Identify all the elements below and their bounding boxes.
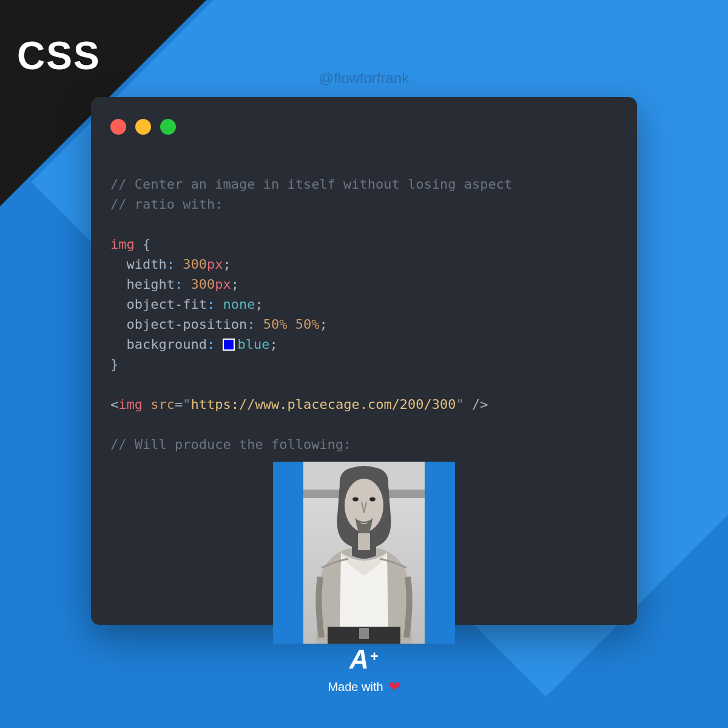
code-angle: < [110, 397, 118, 412]
code-semi: ; [223, 257, 231, 272]
code-terminal: // Center an image in itself without los… [91, 97, 637, 625]
svg-rect-5 [358, 533, 370, 550]
code-quote: " [183, 397, 190, 412]
close-icon[interactable] [110, 119, 126, 135]
footer: A + Made with ❤ [328, 644, 400, 695]
code-attr: src [150, 397, 175, 412]
code-property: width [126, 257, 166, 272]
heart-icon: ❤ [388, 678, 400, 695]
code-unit: px [215, 277, 231, 292]
maximize-icon[interactable] [160, 119, 176, 135]
code-semi: ; [319, 317, 327, 332]
code-colon: : [175, 277, 191, 292]
minimize-icon[interactable] [135, 119, 151, 135]
logo-plus: + [370, 648, 379, 665]
code-number: 300 [190, 277, 215, 292]
code-tag: img [118, 397, 143, 412]
code-string: https://www.placecage.com/200/300 [191, 397, 456, 412]
code-property: height [126, 277, 174, 292]
code-number: 300 [183, 257, 207, 272]
window-controls [110, 119, 618, 135]
code-tag-close: /> [464, 397, 488, 412]
code-quote: " [456, 397, 464, 412]
code-colon: : [207, 297, 223, 312]
demo-image-frame [273, 462, 455, 644]
demo-photo [303, 462, 425, 644]
code-eq: = [175, 397, 183, 412]
code-comment: // Center an image in itself without los… [110, 177, 512, 192]
code-keyword: blue [237, 337, 269, 352]
color-swatch-icon [223, 339, 235, 351]
code-property: background [126, 337, 206, 352]
made-with-label: Made with [328, 680, 383, 694]
svg-point-2 [345, 479, 383, 532]
css-badge: CSS [17, 33, 101, 78]
code-colon: : [167, 257, 183, 272]
code-colon: : [247, 317, 263, 332]
code-comment: // ratio with: [110, 197, 223, 212]
author-handle: @flowforfrank [319, 70, 409, 87]
code-colon: : [207, 337, 223, 352]
code-semi: ; [231, 277, 239, 292]
logo: A + [328, 644, 400, 675]
demo-output [110, 462, 618, 644]
code-value: 50% [263, 317, 288, 332]
code-selector: img [110, 237, 135, 252]
code-brace: } [110, 357, 118, 372]
code-property: object-fit [126, 297, 206, 312]
code-property: object-position [126, 317, 247, 332]
svg-point-3 [352, 497, 359, 502]
code-value: 50% [295, 317, 320, 332]
code-brace: { [135, 237, 151, 252]
code-keyword: none [223, 297, 255, 312]
svg-rect-7 [359, 628, 369, 639]
person-illustration [303, 462, 425, 644]
code-unit: px [207, 257, 223, 272]
code-semi: ; [269, 337, 277, 352]
logo-letter: A [349, 644, 368, 675]
code-block: // Center an image in itself without los… [110, 154, 618, 454]
code-semi: ; [255, 297, 263, 312]
made-with-row: Made with ❤ [328, 678, 400, 695]
svg-point-4 [369, 497, 376, 502]
code-comment: // Will produce the following: [110, 437, 351, 452]
